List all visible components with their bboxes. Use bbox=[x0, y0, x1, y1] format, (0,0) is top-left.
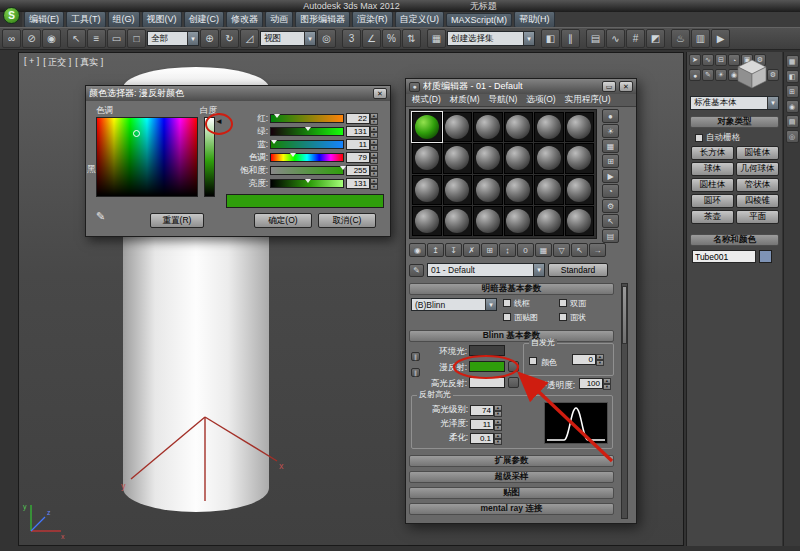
channel-slider-marker[interactable] bbox=[305, 179, 311, 183]
reset-button[interactable]: 重置(R) bbox=[150, 213, 204, 228]
material-map-navigator-icon[interactable]: ▤ bbox=[602, 229, 619, 243]
channel-slider-marker[interactable] bbox=[305, 127, 311, 131]
channel-value-spinner[interactable]: ▴▾ bbox=[370, 139, 378, 150]
eyedropper-icon[interactable]: ✎ bbox=[96, 210, 105, 223]
highlight-value[interactable]: 0.1 bbox=[470, 433, 494, 444]
material-type-button[interactable]: Standard bbox=[548, 263, 608, 277]
window-titlebar[interactable]: Autodesk 3ds Max 2012 无标题 bbox=[0, 0, 800, 12]
material-sample-slot[interactable] bbox=[473, 175, 503, 205]
make-copy-icon[interactable]: ⊞ bbox=[481, 243, 498, 257]
material-sample-slot[interactable] bbox=[504, 143, 534, 173]
material-sample-slot[interactable] bbox=[412, 112, 442, 142]
cancel-button[interactable]: 取消(C) bbox=[318, 213, 376, 228]
rendered-frame-window-icon[interactable]: ▥ bbox=[691, 29, 710, 48]
self-illumination-value-spinner[interactable]: ▴▾ bbox=[596, 354, 604, 365]
params-scrollbar[interactable] bbox=[621, 283, 628, 519]
lock-diffuse-specular-icon[interactable]: ∥ bbox=[411, 368, 420, 377]
menu-item[interactable]: 动画 bbox=[265, 12, 293, 27]
material-sample-slot[interactable] bbox=[412, 206, 442, 236]
whiteness-marker-icon[interactable]: ◄ bbox=[215, 118, 223, 126]
use-pivot-center-icon[interactable]: ◎ bbox=[317, 29, 336, 48]
object-type-button[interactable]: 几何球体 bbox=[736, 162, 779, 176]
chevron-down-icon[interactable]: ▾ bbox=[767, 97, 778, 109]
material-sample-slot[interactable] bbox=[534, 206, 564, 236]
viewport-pov-menu[interactable]: [ 正交 ] bbox=[43, 56, 71, 69]
material-editor-titlebar[interactable]: ● 材质编辑器 - 01 - Default ▭ ✕ bbox=[406, 79, 636, 94]
hue-blackness-map[interactable] bbox=[96, 117, 198, 197]
object-type-button[interactable]: 圆柱体 bbox=[691, 178, 734, 192]
highlight-value[interactable]: 11 bbox=[470, 419, 494, 430]
spinner-down-icon[interactable]: ▾ bbox=[603, 384, 611, 390]
put-to-library-icon[interactable]: ↨ bbox=[499, 243, 516, 257]
select-and-link-icon[interactable]: ∞ bbox=[2, 29, 21, 48]
channel-slider-marker[interactable] bbox=[290, 153, 296, 157]
spinner-down-icon[interactable]: ▾ bbox=[494, 439, 502, 445]
layer-manager-icon[interactable]: ▤ bbox=[586, 29, 605, 48]
modify-tab[interactable]: ∿ bbox=[702, 54, 714, 66]
close-icon[interactable]: ✕ bbox=[619, 81, 633, 92]
object-type-button[interactable]: 茶壶 bbox=[691, 210, 734, 224]
shader-option-checkbox[interactable] bbox=[559, 299, 567, 307]
select-and-rotate-icon[interactable]: ↻ bbox=[220, 29, 239, 48]
ambient-color-swatch[interactable] bbox=[469, 345, 505, 356]
highlight-value[interactable]: 74 bbox=[470, 405, 494, 416]
create-tab[interactable]: ➤ bbox=[689, 54, 701, 66]
lights-category-icon[interactable]: ☀ bbox=[715, 69, 727, 81]
shapes-category-icon[interactable]: ✎ bbox=[702, 69, 714, 81]
show-end-result-icon[interactable]: ▽ bbox=[553, 243, 570, 257]
menu-item[interactable]: 创建(C) bbox=[184, 12, 225, 27]
channel-value-spinner[interactable]: ▴▾ bbox=[370, 165, 378, 176]
object-type-button[interactable]: 四棱锥 bbox=[736, 194, 779, 208]
shader-basic-params-rollout[interactable]: 明暗器基本参数 bbox=[409, 283, 614, 295]
render-production-icon[interactable]: ▶ bbox=[711, 29, 730, 48]
background-icon[interactable]: ▦ bbox=[602, 139, 619, 153]
channel-slider-marker[interactable] bbox=[340, 166, 346, 170]
material-editor-menu-item[interactable]: 材质(M) bbox=[446, 94, 484, 106]
spinner-down-icon[interactable]: ▾ bbox=[596, 360, 604, 366]
material-editor-icon[interactable]: ◩ bbox=[646, 29, 665, 48]
spinner-down-icon[interactable]: ▾ bbox=[370, 184, 378, 190]
rollout-header[interactable]: 超级采样 bbox=[409, 471, 614, 483]
chevron-down-icon[interactable]: ▾ bbox=[523, 32, 534, 45]
name-color-rollout[interactable]: 名称和颜色 bbox=[690, 234, 779, 246]
shader-option-checkbox[interactable] bbox=[503, 313, 511, 321]
video-color-check-icon[interactable]: ▶ bbox=[602, 169, 619, 183]
self-illumination-value[interactable]: 0 bbox=[572, 354, 596, 365]
color-selector-titlebar[interactable]: 颜色选择器: 漫反射颜色 ✕ bbox=[86, 86, 390, 101]
menu-item[interactable]: MAXScript(M) bbox=[446, 13, 512, 27]
selection-filter-dropdown[interactable]: 全部▾ bbox=[147, 31, 199, 46]
material-editor-menu-item[interactable]: 选项(O) bbox=[522, 94, 559, 106]
bind-to-space-warp-icon[interactable]: ◉ bbox=[42, 29, 61, 48]
get-material-icon[interactable]: ◉ bbox=[409, 243, 426, 257]
select-and-scale-icon[interactable]: ◿ bbox=[240, 29, 259, 48]
go-forward-icon[interactable]: → bbox=[589, 243, 606, 257]
material-sample-slot[interactable] bbox=[504, 175, 534, 205]
material-name-dropdown[interactable]: 01 - Default ▾ bbox=[427, 263, 545, 277]
make-preview-icon[interactable]: ◔ bbox=[602, 184, 619, 198]
material-sample-slot[interactable] bbox=[412, 143, 442, 173]
schemat-view-icon[interactable]: # bbox=[626, 29, 645, 48]
channel-value[interactable]: 22 bbox=[346, 113, 370, 124]
spinner-snap-icon[interactable]: ⇅ bbox=[402, 29, 421, 48]
viewport-shading-menu[interactable]: [ 真实 ] bbox=[75, 56, 103, 69]
material-sample-slot[interactable] bbox=[412, 175, 442, 205]
scrollbar-thumb[interactable] bbox=[622, 286, 627, 344]
channel-slider[interactable] bbox=[270, 179, 344, 188]
menu-item[interactable]: 图形编辑器 bbox=[295, 12, 350, 27]
opacity-value[interactable]: 100 bbox=[579, 378, 603, 389]
select-object-icon[interactable]: ↖ bbox=[67, 29, 86, 48]
strip-icon-4[interactable]: ◉ bbox=[786, 100, 799, 113]
chevron-down-icon[interactable]: ▾ bbox=[304, 32, 315, 45]
material-sample-slot[interactable] bbox=[504, 112, 534, 142]
channel-slider-marker[interactable] bbox=[271, 140, 277, 144]
select-by-material-icon[interactable]: ↖ bbox=[602, 214, 619, 228]
whiteness-strip[interactable] bbox=[204, 117, 215, 197]
edit-named-sets-icon[interactable]: ▦ bbox=[427, 29, 446, 48]
channel-value[interactable]: 11 bbox=[346, 139, 370, 150]
channel-slider[interactable] bbox=[270, 127, 344, 136]
spinner-down-icon[interactable]: ▾ bbox=[370, 132, 378, 138]
object-type-button[interactable]: 球体 bbox=[691, 162, 734, 176]
select-and-move-icon[interactable]: ⊕ bbox=[200, 29, 219, 48]
object-type-button[interactable]: 圆环 bbox=[691, 194, 734, 208]
rollout-header[interactable]: 贴图 bbox=[409, 487, 614, 499]
